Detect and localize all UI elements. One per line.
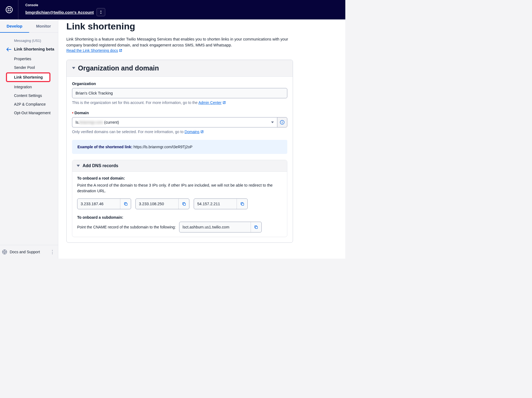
account-area: Console bmgrdichian@twilio.com's Account (18, 3, 105, 16)
collapse-icon (77, 165, 80, 167)
domain-help: Only verified domains can be selected. F… (72, 130, 287, 134)
root-domain-text: Point the A record of the domain to thes… (77, 183, 282, 194)
support-icon (2, 249, 7, 254)
svg-point-0 (6, 6, 12, 13)
ip-box-3: 54.157.2.211 (194, 198, 248, 209)
organization-help: This is the organization set for this ac… (72, 100, 287, 105)
twilio-logo[interactable] (0, 0, 18, 19)
ip-value: 3.233.108.250 (136, 202, 178, 206)
organization-input[interactable] (72, 88, 287, 98)
external-link-icon (119, 49, 122, 52)
console-label: Console (25, 3, 105, 7)
svg-point-6 (4, 251, 5, 253)
page-intro: Link Shortening is a feature under Twili… (66, 36, 290, 48)
svg-rect-13 (282, 122, 282, 123)
topbar: Console bmgrdichian@twilio.com's Account (0, 0, 345, 19)
main-content: Link shortening Link Shortening is a fea… (58, 19, 345, 259)
subdomain-heading: To onboard a subdomain: (77, 215, 282, 220)
sidebar-items: Properties Sender Pool Link Shortening I… (0, 55, 58, 117)
sidebar-breadcrumb: Messaging (US1) (0, 39, 58, 43)
sidebar: Develop Monitor Messaging (US1) Link Sho… (0, 19, 58, 259)
sidebar-title: Link Shortening beta (14, 46, 54, 52)
copy-button[interactable] (178, 199, 189, 209)
svg-rect-19 (241, 203, 244, 205)
org-domain-card: Organization and domain Organization Thi… (66, 60, 293, 243)
svg-point-2 (9, 8, 11, 9)
admin-center-link[interactable]: Admin Center (198, 100, 226, 105)
svg-rect-15 (125, 203, 127, 205)
chevron-down-icon (271, 122, 274, 123)
sidebar-item-opt-out[interactable]: Opt-Out Management (0, 109, 58, 117)
sidebar-item-integration[interactable]: Integration (0, 83, 58, 91)
page-title: Link shortening (66, 21, 337, 32)
example-value: https://ls.brianmgr.com/t3eR9Tj2oP (134, 145, 193, 149)
svg-point-4 (9, 10, 11, 11)
ip-value: 54.157.2.211 (194, 202, 237, 206)
domain-info-button[interactable] (277, 117, 287, 127)
svg-point-1 (8, 8, 9, 9)
sidebar-item-link-shortening[interactable]: Link Shortening (6, 72, 50, 82)
svg-rect-21 (255, 227, 258, 229)
copy-button[interactable] (237, 199, 247, 209)
docs-support-link[interactable]: Docs and Support (10, 250, 40, 254)
collapse-icon (72, 67, 75, 69)
example-label: Example of the shortened link: (77, 145, 134, 149)
example-link-box: Example of the shortened link: https://l… (72, 140, 287, 154)
copy-button[interactable] (251, 222, 261, 232)
sidebar-item-sender-pool[interactable]: Sender Pool (0, 63, 58, 72)
dns-records-header[interactable]: Add DNS records (72, 160, 287, 172)
dns-records-card: Add DNS records To onboard a root domain… (72, 160, 287, 237)
sidebar-item-a2p-compliance[interactable]: A2P & Compliance (0, 100, 58, 109)
subdomain-text: Point the CNAME record of the subdomain … (77, 225, 176, 229)
tab-monitor[interactable]: Monitor (29, 19, 58, 33)
more-menu-icon[interactable]: ⋮ (50, 249, 55, 255)
sidebar-tabs: Develop Monitor (0, 19, 58, 33)
ip-box-2: 3.233.108.250 (135, 198, 189, 209)
docs-link[interactable]: Read the Link Shortening docs (66, 48, 122, 53)
account-switcher[interactable] (97, 8, 105, 16)
copy-button[interactable] (120, 199, 131, 209)
back-arrow-icon[interactable] (6, 48, 11, 51)
domain-select[interactable]: ls.brianmgr.com (current) (72, 117, 277, 127)
cname-value: lsct.ashburn.us1.twilio.com (179, 225, 251, 229)
external-link-icon (223, 101, 226, 104)
cname-box: lsct.ashburn.us1.twilio.com (179, 222, 262, 232)
org-domain-header[interactable]: Organization and domain (67, 60, 293, 77)
svg-rect-17 (183, 203, 185, 205)
account-link[interactable]: bmgrdichian@twilio.com's Account (25, 10, 94, 15)
dns-records-heading: Add DNS records (83, 163, 118, 168)
svg-point-12 (282, 121, 282, 122)
ip-row: 3.233.187.46 3.233.108.250 54.157.2.211 (77, 198, 282, 209)
domains-link[interactable]: Domains (185, 130, 204, 134)
ip-value: 3.233.187.46 (77, 202, 120, 206)
organization-label: Organization (72, 82, 287, 86)
root-domain-heading: To onboard a root domain: (77, 176, 282, 180)
sidebar-item-content-settings[interactable]: Content Settings (0, 91, 58, 100)
domain-label: •Domain (72, 111, 287, 115)
sidebar-item-properties[interactable]: Properties (0, 55, 58, 63)
ip-box-1: 3.233.187.46 (77, 198, 131, 209)
org-domain-heading: Organization and domain (78, 64, 159, 72)
external-link-icon (200, 130, 204, 133)
svg-point-3 (8, 10, 9, 11)
tab-develop[interactable]: Develop (0, 19, 29, 33)
